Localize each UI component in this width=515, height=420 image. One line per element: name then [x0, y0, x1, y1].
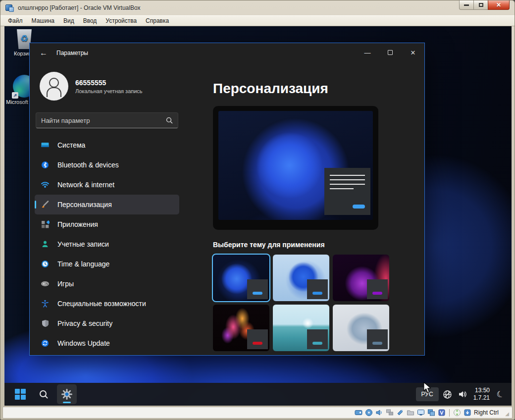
- vbox-maximize-button[interactable]: [473, 0, 488, 10]
- theme-sample-card: [307, 279, 328, 299]
- sidebar-item-privacy-security[interactable]: Privacy & security: [35, 314, 179, 333]
- settings-search-box[interactable]: [36, 112, 178, 128]
- theme-preview-wallpaper: [218, 111, 373, 220]
- keyboard-capture-icon[interactable]: [464, 409, 471, 417]
- moon-icon[interactable]: ☾: [495, 388, 507, 400]
- search-icon: [166, 117, 173, 124]
- theme-sample-card: [307, 329, 328, 349]
- optical-drives-icon[interactable]: [365, 409, 373, 417]
- mouse-cursor: [423, 382, 432, 394]
- hard-disks-icon[interactable]: [355, 409, 362, 417]
- theme-sample-card: [367, 329, 388, 349]
- network-globe-icon[interactable]: [442, 388, 454, 400]
- display-icon[interactable]: [417, 409, 425, 417]
- menu-view[interactable]: Вид: [59, 16, 79, 26]
- sidebar-item-accounts[interactable]: Учетные записи: [35, 234, 179, 254]
- theme-accent-pill: [312, 342, 322, 345]
- sidebar-item-accessibility[interactable]: Специальные возможности: [35, 294, 179, 314]
- virtualbox-window: олшлгнрро [Работает] - Oracle VM Virtual…: [0, 0, 515, 420]
- menu-machine[interactable]: Машина: [27, 16, 59, 26]
- settings-window: ← Параметры — ✕ 66555555: [29, 43, 425, 356]
- sidebar-item-windows-update[interactable]: Windows Update: [35, 333, 179, 353]
- active-app-indicator: [63, 402, 71, 403]
- virtualbox-app-icon: [5, 4, 14, 12]
- usb-icon[interactable]: [396, 409, 404, 417]
- windows-taskbar: РУС: [4, 383, 512, 406]
- recording-icon[interactable]: [427, 409, 435, 417]
- settings-maximize-button[interactable]: [379, 43, 402, 62]
- accessibility-icon: [41, 299, 50, 308]
- windows-update-icon: [41, 339, 50, 348]
- theme-grid: [213, 255, 424, 351]
- theme-accent-pill: [312, 292, 322, 295]
- theme-accent-pill: [372, 292, 382, 295]
- settings-window-title: Параметры: [56, 50, 88, 56]
- audio-icon[interactable]: [375, 409, 383, 417]
- shared-folders-icon[interactable]: [407, 409, 414, 417]
- selection-indicator: [35, 201, 36, 209]
- windows-desktop[interactable]: ♻ Корзина ↗ Microsoft Edge ← Параметры —…: [4, 26, 512, 406]
- sidebar-item-gaming[interactable]: Игры: [35, 274, 179, 294]
- sidebar-item-system[interactable]: Система: [35, 135, 179, 155]
- sidebar-item-bluetooth-devices[interactable]: Bluetooth & devices: [35, 155, 179, 175]
- theme-tile-purple-glow[interactable]: [333, 255, 389, 301]
- shortcut-arrow-icon: ↗: [12, 92, 18, 99]
- user-account-type: Локальная учетная запись: [75, 88, 143, 94]
- sidebar-item-time-language[interactable]: Time & language: [35, 254, 179, 274]
- start-button[interactable]: [10, 384, 30, 404]
- menu-input[interactable]: Ввод: [79, 16, 102, 26]
- settings-close-button[interactable]: ✕: [402, 43, 424, 62]
- theme-tile-light-bloom[interactable]: [273, 255, 329, 301]
- wifi-icon: [41, 180, 50, 189]
- taskbar-settings-button[interactable]: [57, 384, 77, 404]
- shield-icon: [41, 319, 50, 328]
- theme-tile-sunrise-beach[interactable]: [273, 305, 329, 351]
- search-input[interactable]: [41, 117, 166, 124]
- vbox-titlebar[interactable]: олшлгнрро [Работает] - Oracle VM Virtual…: [0, 0, 515, 15]
- apps-icon: [41, 220, 50, 229]
- settings-main-pane: Персонализация: [184, 63, 424, 355]
- menu-devices[interactable]: Устройства: [101, 16, 141, 26]
- bluetooth-icon: [41, 160, 50, 169]
- theme-accent-pill: [372, 342, 382, 345]
- sidebar-item-apps[interactable]: Приложения: [35, 214, 179, 234]
- taskbar-search-button[interactable]: [34, 384, 53, 404]
- theme-sample-card: [367, 279, 388, 299]
- settings-minimize-button[interactable]: —: [356, 43, 379, 62]
- vbox-minimize-button[interactable]: [459, 0, 474, 10]
- mouse-integration-icon[interactable]: [453, 409, 461, 417]
- settings-titlebar[interactable]: ← Параметры — ✕: [30, 43, 424, 63]
- user-avatar: [40, 72, 68, 101]
- vbox-statusbar: Right Ctrl: [2, 407, 513, 419]
- settings-nav: Система Bluetooth & devices: [30, 135, 184, 353]
- personalization-brush-icon: [41, 200, 50, 209]
- network-icon[interactable]: [386, 409, 394, 417]
- accounts-icon: [41, 240, 50, 249]
- system-icon: [41, 141, 50, 150]
- theme-sample-card: [247, 329, 268, 349]
- menu-file[interactable]: Файл: [3, 16, 27, 26]
- resize-grip[interactable]: [503, 410, 508, 416]
- user-name: 66555555: [75, 79, 143, 87]
- statusbar-separator: [449, 409, 450, 417]
- user-card[interactable]: 66555555 Локальная учетная запись: [40, 72, 184, 101]
- vbox-menubar: Файл Машина Вид Ввод Устройства Справка: [0, 15, 515, 26]
- sidebar-item-personalization[interactable]: Персонализация: [35, 195, 179, 214]
- volume-icon[interactable]: [457, 388, 468, 400]
- vm-features-icon[interactable]: [438, 409, 446, 417]
- gamepad-icon: [41, 279, 50, 288]
- theme-tile-dark-bloom[interactable]: [213, 255, 269, 301]
- theme-tile-light-swirl[interactable]: [333, 305, 389, 351]
- theme-accent-pill: [253, 292, 262, 295]
- theme-accent-pill: [253, 342, 262, 345]
- menu-help[interactable]: Справка: [141, 16, 173, 26]
- sidebar-item-network-internet[interactable]: Network & internet: [35, 175, 179, 195]
- vm-screen: ♻ Корзина ↗ Microsoft Edge ← Параметры —…: [4, 26, 512, 406]
- theme-preview-sample-window: [324, 168, 370, 215]
- back-button[interactable]: ←: [36, 47, 52, 59]
- vbox-close-button[interactable]: ✕: [488, 0, 510, 10]
- theme-tile-dark-flora[interactable]: [213, 305, 269, 351]
- gear-icon: [61, 388, 73, 400]
- settings-sidebar: 66555555 Локальная учетная запись: [30, 63, 184, 355]
- taskbar-clock[interactable]: 13:50 1.7.21: [473, 387, 490, 402]
